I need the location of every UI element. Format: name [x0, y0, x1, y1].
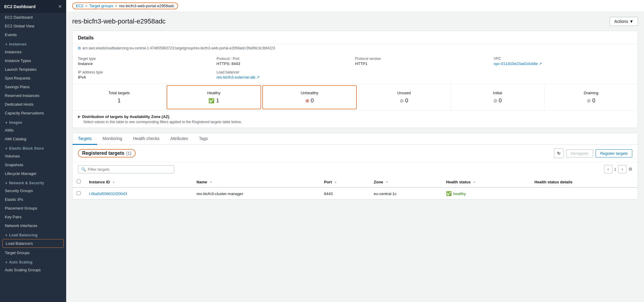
targets-actions: ↻ Deregister Register targets — [554, 148, 632, 158]
breadcrumb-sep-1: > — [85, 4, 88, 8]
sidebar-item-volumes[interactable]: Volumes — [0, 152, 66, 160]
unused-stat: Unused ⊘ 0 — [357, 84, 451, 111]
prev-page-button[interactable]: ‹ — [604, 165, 612, 173]
sidebar-item-instance-types[interactable]: Instance Types — [0, 56, 66, 65]
sidebar: EC2 Dashboard ✕ EC2 Dashboard EC2 Global… — [0, 0, 66, 302]
sidebar-item-placement-groups[interactable]: Placement Groups — [0, 204, 66, 213]
sidebar-item-events[interactable]: Events — [0, 30, 66, 39]
table-header-row: Instance ID ▼ Name ▼ Port ▼ — [72, 176, 638, 188]
sort-instance-id-icon: ▼ — [112, 181, 115, 184]
vpc-value[interactable]: vpc-011d10e23ad10cb8e ↗ — [494, 61, 632, 66]
port-header[interactable]: Port ▼ — [320, 176, 369, 188]
tab-health-checks[interactable]: Health checks — [128, 133, 165, 145]
sidebar-item-snapshots[interactable]: Snapshots — [0, 160, 66, 169]
register-targets-button[interactable]: Register targets — [596, 149, 632, 157]
zone-header[interactable]: Zone ▼ — [370, 176, 442, 188]
registered-targets-section: Registered targets (1) ↻ Deregister Regi… — [72, 145, 638, 200]
instance-id-header[interactable]: Instance ID ▼ — [85, 176, 192, 188]
lb-section-header: ▼ Load Balancing — [0, 230, 66, 238]
tab-monitoring[interactable]: Monitoring — [97, 133, 128, 145]
tab-attributes[interactable]: Attributes — [165, 133, 193, 145]
sidebar-item-security-groups[interactable]: Security Groups — [0, 186, 66, 195]
filter-input[interactable] — [88, 167, 171, 172]
health-status-healthy: ✅ healthy — [446, 191, 526, 196]
breadcrumb-wrapper: EC2 > Target groups > res-bicfn3-web-por… — [72, 2, 178, 9]
load-balancer-value[interactable]: res-bicfn3-external-alb ↗ — [217, 75, 355, 79]
close-icon[interactable]: ✕ — [58, 4, 62, 9]
draining-label: Draining — [584, 91, 598, 95]
sidebar-item-ec2-global-view[interactable]: EC2 Global View — [0, 22, 66, 30]
initial-stat: Initial ⊘ 0 — [451, 84, 544, 111]
draining-value: ⊘ 0 — [587, 98, 595, 104]
tabs-bar: Targets Monitoring Health checks Attribu… — [72, 133, 638, 145]
sidebar-item-auto-scaling-groups[interactable]: Auto Scaling Groups — [0, 266, 66, 274]
unused-label: Unused — [397, 91, 411, 95]
page-title: res-bicfn3-web-portal-e2958adc — [72, 17, 166, 25]
next-page-button[interactable]: › — [618, 165, 627, 173]
main-content: EC2 > Target groups > res-bicfn3-web-por… — [66, 0, 644, 302]
instance-id-cell[interactable]: i-0ba5d508631f20043 — [85, 188, 192, 200]
copy-icon[interactable]: ⧉ — [78, 46, 81, 51]
sort-name-icon: ▼ — [209, 181, 212, 184]
deregister-button[interactable]: Deregister — [566, 149, 593, 157]
total-targets-stat: Total targets 1 — [72, 84, 166, 111]
as-section-header: ▼ Auto Scaling — [0, 257, 66, 266]
sidebar-item-spot-requests[interactable]: Spot Requests — [0, 74, 66, 83]
sidebar-item-reserved-instances[interactable]: Reserved Instances — [0, 91, 66, 100]
healthy-stat: Healthy ✅ 1 — [167, 85, 261, 109]
name-header[interactable]: Name ▼ — [192, 176, 320, 188]
details-card: Details ⧉ arn:aws:elasticloadbalancing:e… — [72, 31, 638, 128]
page-number: 1 — [614, 167, 616, 172]
sort-port-icon: ▼ — [334, 181, 337, 184]
sidebar-item-capacity-reservations[interactable]: Capacity Reservations — [0, 109, 66, 117]
unhealthy-icon: ⊗ — [305, 98, 309, 104]
sidebar-item-lifecycle-manager[interactable]: Lifecycle Manager — [0, 169, 66, 178]
distribution-toggle[interactable]: ▶ Distribution of targets by Availabilit… — [78, 114, 632, 119]
table-settings-icon[interactable]: ⚙ — [628, 167, 632, 172]
unused-value: ⊘ 0 — [400, 98, 408, 104]
sidebar-item-key-pairs[interactable]: Key Pairs — [0, 213, 66, 221]
tab-tags[interactable]: Tags — [193, 133, 213, 145]
select-all-checkbox[interactable] — [77, 179, 81, 183]
port-cell: 8443 — [320, 188, 369, 200]
sidebar-item-ami-catalog[interactable]: AMI Catalog — [0, 135, 66, 143]
details-header: Details — [72, 31, 638, 44]
sidebar-item-instances[interactable]: Instances — [0, 48, 66, 56]
arn-row: ⧉ arn:aws:elasticloadbalancing:eu-centra… — [72, 44, 638, 54]
sidebar-item-load-balancers[interactable]: Load Balancers — [2, 239, 64, 248]
images-section-header: ▼ Images — [0, 117, 66, 126]
sort-zone-icon: ▼ — [385, 181, 388, 184]
initial-label: Initial — [493, 91, 502, 95]
sidebar-item-launch-templates[interactable]: Launch Templates — [0, 65, 66, 74]
sidebar-item-network-interfaces[interactable]: Network Interfaces — [0, 221, 66, 230]
sidebar-item-elastic-ips[interactable]: Elastic IPs — [0, 195, 66, 204]
sidebar-item-ec2-dashboard[interactable]: EC2 Dashboard — [0, 13, 66, 22]
tab-targets[interactable]: Targets — [72, 133, 97, 145]
health-status-header[interactable]: Health status ▼ — [442, 176, 530, 188]
sidebar-title: EC2 Dashboard — [4, 4, 35, 9]
refresh-button[interactable]: ↻ — [554, 148, 564, 158]
row-checkbox[interactable] — [77, 191, 81, 195]
registered-targets-title-wrapper: Registered targets (1) — [78, 149, 136, 157]
registered-targets-title: Registered targets — [82, 151, 125, 156]
breadcrumb-ec2[interactable]: EC2 — [76, 4, 83, 8]
protocol-version-label: Protocol version — [355, 57, 494, 61]
breadcrumb-target-groups[interactable]: Target groups — [89, 4, 113, 8]
load-balancer-label: Load balancer — [217, 70, 355, 74]
breadcrumb-current: res-bicfn3-web-portal-e2958adc — [119, 4, 174, 8]
registered-targets-count: (1) — [126, 151, 131, 156]
table-row: i-0ba5d508631f20043 res-bicfn3-cluster-m… — [72, 188, 638, 200]
sidebar-item-savings-plans[interactable]: Savings Plans — [0, 83, 66, 91]
sidebar-item-dedicated-hosts[interactable]: Dedicated Hosts — [0, 100, 66, 109]
protocol-port-item: Protocol : Port HTTPS: 8443 — [217, 57, 355, 66]
triangle-right-icon: ▶ — [78, 115, 80, 119]
breadcrumb-sep-2: > — [115, 4, 117, 8]
actions-button[interactable]: Actions ▼ — [610, 17, 638, 26]
sidebar-item-target-groups[interactable]: Target Groups — [0, 248, 66, 257]
row-checkbox-cell — [72, 188, 85, 200]
distribution-label: Distribution of targets by Availability … — [82, 114, 169, 119]
filter-input-wrapper: 🔍 — [78, 165, 174, 173]
health-stats: Total targets 1 Healthy ✅ 1 Unhealthy ⊗ … — [72, 84, 638, 111]
breadcrumb: EC2 > Target groups > res-bicfn3-web-por… — [66, 0, 644, 12]
sidebar-item-amis[interactable]: AMIs — [0, 126, 66, 135]
